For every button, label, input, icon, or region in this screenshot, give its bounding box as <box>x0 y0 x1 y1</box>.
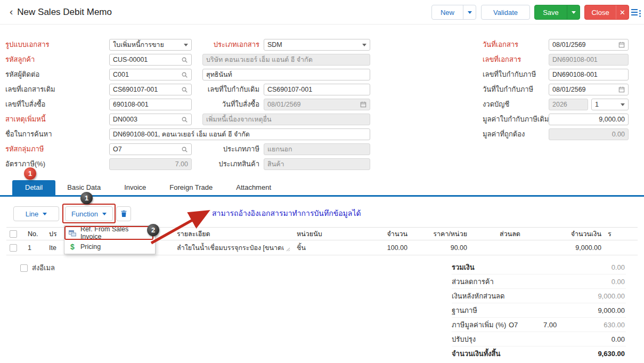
caret-down-icon <box>102 213 107 215</box>
orig-tax-value: 9,000.00 <box>599 116 625 123</box>
cell-unit[interactable]: ชิ้น <box>294 243 353 253</box>
tax-group-value: O7 <box>113 146 181 153</box>
col-price: ราคา/หน่วย <box>411 229 470 239</box>
doc-format-select[interactable]: ใบเพิ่มหนี้การขาย <box>109 39 192 51</box>
cell-price[interactable]: 90.00 <box>411 244 470 252</box>
tax-group-label: รหัสกลุ่มภาษี <box>5 143 44 155</box>
tab-foreign-trade[interactable]: Foreign Trade <box>158 180 224 195</box>
new-dropdown-toggle[interactable] <box>463 5 476 19</box>
function-button[interactable]: Function <box>65 206 113 221</box>
tax-invoice-no-input[interactable]: DN690108-001 <box>549 69 629 80</box>
menu-item-pricing[interactable]: $ Pricing <box>64 240 155 254</box>
tax-rate-input: 7.00 <box>109 158 192 170</box>
line-button[interactable]: Line <box>13 206 59 221</box>
correct-value: 0.00 <box>612 131 625 138</box>
contact-code-input[interactable]: C001 <box>109 69 192 80</box>
correct-value-field: 0.00 <box>549 128 629 140</box>
period-no-select[interactable]: 1 <box>591 99 629 110</box>
close-button[interactable]: Close <box>585 5 616 19</box>
orig-invoice-no-value: CS690107-001 <box>267 86 366 93</box>
validate-button[interactable]: Validate <box>482 5 529 19</box>
po-no-value: 690108-001 <box>113 101 188 108</box>
doc-type-value: SDM <box>267 41 362 49</box>
function-button-label: Function <box>71 210 98 218</box>
vat-rate: 7.00 <box>543 318 557 332</box>
tabs-underline <box>0 195 644 197</box>
cell-qty[interactable]: 100.00 <box>353 244 411 252</box>
debit-reason-input[interactable]: DN0003 <box>109 114 192 125</box>
page-title-text: New Sales Debit Memo <box>17 7 112 17</box>
search-name-label: ชื่อในการค้นหา <box>5 128 52 140</box>
tax-invoice-date-input[interactable]: 08/01/2569 <box>549 84 629 95</box>
save-dropdown-toggle[interactable] <box>567 5 580 19</box>
caret-down-icon <box>468 11 472 14</box>
annotation-note-text: สามารถอ้างอิงเอกสารมาทำการบันทึกข้อมูลได… <box>212 207 361 219</box>
caret-down-icon <box>572 11 576 14</box>
summary-row-grand-total: จำนวนเงินทั้งสิ้น 9,630.00 <box>452 346 626 361</box>
orig-invoice-no-label: เลขที่ใบกำกับเดิม <box>181 84 259 95</box>
tax-type-field: แยกนอก <box>264 143 370 155</box>
resize-grip-icon[interactable] <box>286 247 290 252</box>
row-checkbox[interactable] <box>10 244 17 252</box>
period-year-field: 2026 <box>549 99 588 110</box>
contact-name-field[interactable]: สุทธินันท์ <box>202 69 370 80</box>
list-menu-icon[interactable] <box>631 8 642 18</box>
tab-attachment[interactable]: Attachment <box>224 180 283 195</box>
menu-item-label: Pricing <box>80 243 101 251</box>
back-chevron-icon[interactable]: ‹ <box>10 6 13 17</box>
save-button[interactable]: Save <box>535 5 567 19</box>
send-email-checkbox[interactable] <box>20 264 28 272</box>
doc-date-label: วันที่เอกสาร <box>483 39 518 51</box>
po-date-label: วันที่ใบสั่งซื้อ <box>181 99 259 110</box>
col-description: รายละเอียด <box>174 229 294 239</box>
orig-tax-value-input[interactable]: 9,000.00 <box>549 114 629 125</box>
orig-doc-no-value: CS690107-001 <box>113 86 181 93</box>
search-icon[interactable] <box>181 71 188 78</box>
col-extra: ร <box>605 229 626 239</box>
summary-row-adjustment: ปรับปรุง 0.00 <box>452 332 626 346</box>
annotation-step1-badge: 1 <box>24 167 36 180</box>
summary-row-total-amount: รวมเงิน 0.00 <box>452 260 626 275</box>
delete-line-button[interactable] <box>116 206 131 221</box>
summary-row-vat: ภาษีมูลค่าเพิ่ม (%) O7 7.00 630.00 <box>452 318 626 332</box>
caret-down-icon <box>621 103 625 106</box>
tax-rate-label: อัตราภาษี(%) <box>5 158 45 170</box>
doc-type-select[interactable]: SDM <box>264 39 370 51</box>
doc-no-field: DN690108-001 <box>549 54 629 66</box>
close-x-button[interactable]: ✕ <box>616 5 629 19</box>
tax-type-value: แยกนอก <box>267 144 366 155</box>
cell-description[interactable]: ลำใยในน้ำเชื่อมบรรจุกระป๋อง [ขนาดเล็ก] <box>177 243 284 253</box>
new-button[interactable]: New <box>432 5 463 19</box>
search-icon[interactable] <box>181 57 188 63</box>
calendar-icon[interactable] <box>618 86 625 93</box>
summary-row-trade-discount: ส่วนลดการค้า 0.00 <box>452 275 626 289</box>
calendar-icon[interactable] <box>618 42 625 48</box>
product-type-label: ประเภทสินค้า <box>181 158 259 170</box>
doc-no-value: DN690108-001 <box>552 56 625 63</box>
customer-code-input[interactable]: CUS-00001 <box>109 54 192 66</box>
search-icon[interactable] <box>181 116 188 123</box>
select-all-checkbox[interactable] <box>10 230 17 238</box>
search-name-input[interactable]: DN690108-001, คอนเวเยอร์ เอ็ม แอนด์ อี จ… <box>109 128 370 140</box>
tax-invoice-no-value: DN690108-001 <box>552 71 625 78</box>
dollar-icon: $ <box>69 243 76 251</box>
tab-detail[interactable]: Detail <box>12 180 55 195</box>
contact-code-value: C001 <box>113 71 181 78</box>
totals-summary: รวมเงิน 0.00 ส่วนลดการค้า 0.00 เงินหลังห… <box>452 260 626 361</box>
customer-name-value: บริษัท คอนเวเยอร์ เอ็ม แอนด์ อี จำกัด <box>206 54 366 65</box>
tab-invoice[interactable]: Invoice <box>112 180 158 195</box>
cell-no: 1 <box>25 244 46 252</box>
orig-doc-no-label: เลขที่เอกสารเดิม <box>5 84 55 95</box>
po-no-input[interactable]: 690108-001 <box>109 99 192 110</box>
contact-code-label: รหัสผู้ติดต่อ <box>5 69 39 80</box>
tax-invoice-date-label: วันที่ใบกำกับภาษี <box>483 84 533 95</box>
menu-item-ref-from-sales-invoice[interactable]: Ref. From Sales Invoice <box>64 226 155 240</box>
tax-group-input[interactable]: O7 <box>109 143 192 155</box>
orig-invoice-no-input[interactable]: CS690107-001 <box>264 84 370 95</box>
doc-date-input[interactable]: 08/01/2569 <box>549 39 629 51</box>
send-email-label: ส่งอีเมล <box>32 262 55 273</box>
po-date-value: 08/01/2569 <box>267 101 301 108</box>
orig-doc-no-input[interactable]: CS690107-001 <box>109 84 192 95</box>
menu-item-label: Ref. From Sales Invoice <box>80 225 151 240</box>
debit-reason-label: สาเหตุเพิ่มหนี้ <box>5 114 46 125</box>
